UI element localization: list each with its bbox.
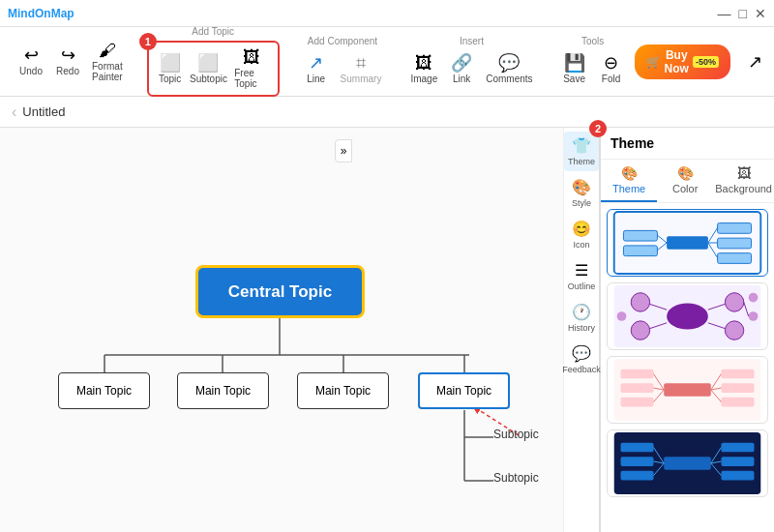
main-topic-4[interactable]: Main Topic	[418, 372, 510, 409]
svg-point-24	[667, 303, 708, 329]
svg-rect-39	[721, 369, 754, 379]
toolbar-tools-section: Tools 💾 Save ⊖ Fold	[551, 27, 635, 96]
titlebar: MindOnMap — □ ✕	[0, 0, 774, 27]
theme-items-list	[601, 203, 774, 503]
svg-rect-44	[621, 398, 654, 407]
svg-rect-55	[721, 471, 754, 481]
theme-item-3[interactable]	[607, 356, 768, 424]
svg-point-27	[631, 293, 649, 311]
redo-button[interactable]: ↪ Redo	[50, 43, 85, 80]
document-title: Untitled	[22, 104, 65, 119]
subtopic-2[interactable]: Subtopic	[493, 471, 539, 485]
line-button[interactable]: ↗ Line	[299, 50, 334, 88]
titlebar-left: MindOnMap	[8, 7, 74, 20]
theme-tab-color[interactable]: 🎨 Color	[657, 160, 713, 202]
link-button[interactable]: 🔗 Link	[444, 50, 479, 88]
topic-button[interactable]: ⬜ Topic	[153, 50, 188, 88]
subtopic-1[interactable]: Subtopic	[493, 428, 539, 441]
theme-tab-background[interactable]: 🖼 Background	[713, 160, 774, 202]
svg-point-28	[631, 321, 649, 340]
fold-button[interactable]: ⊖ Fold	[594, 50, 629, 88]
save-button[interactable]: 💾 Save	[557, 50, 592, 88]
main-topic-1[interactable]: Main Topic	[58, 372, 150, 409]
badge-1: 1	[139, 33, 157, 50]
sale-badge: -50%	[693, 56, 719, 68]
theme-panel-title: Theme	[601, 128, 774, 160]
svg-rect-42	[621, 369, 654, 379]
add-component-label: Add Component	[308, 36, 377, 46]
add-topic-group: 1 ⬜ Topic ⬜ Subtopic 🖼 Free Topic	[147, 41, 280, 97]
icon-side-button[interactable]: 😊 Icon	[564, 215, 599, 254]
svg-rect-40	[721, 383, 754, 393]
svg-rect-16	[623, 230, 657, 241]
svg-point-31	[617, 311, 627, 321]
svg-point-29	[749, 311, 759, 321]
outline-side-button[interactable]: ☰ Outline	[564, 256, 599, 296]
comments-button[interactable]: 💬 Comments	[481, 50, 537, 88]
svg-rect-53	[721, 443, 754, 453]
undo-button[interactable]: ↩ Undo	[14, 43, 48, 80]
toolbar-insert-section: Insert 🖼 Image 🔗 Link 💬 Comments	[400, 27, 543, 96]
central-topic[interactable]: Central Topic	[195, 265, 365, 318]
svg-rect-17	[623, 246, 657, 256]
history-side-button[interactable]: 🕐 History	[564, 298, 599, 338]
theme-item-4[interactable]	[607, 429, 768, 497]
share-button[interactable]: ↗	[738, 49, 773, 74]
theme-item-2[interactable]	[607, 282, 768, 350]
toolbar-basic-section: ↩ Undo ↪ Redo 🖌 Format Painter	[8, 27, 134, 96]
main-content: Central Topic Main Topic Main Topic Main…	[0, 128, 774, 532]
maximize-button[interactable]: □	[739, 6, 747, 21]
image-button[interactable]: 🖼 Image	[405, 50, 442, 88]
insert-label: Insert	[460, 36, 484, 46]
svg-rect-57	[621, 457, 654, 466]
summary-button[interactable]: ⌗ Summary	[336, 50, 387, 88]
theme-tab-theme[interactable]: 🎨 Theme	[601, 160, 657, 202]
minimize-button[interactable]: —	[718, 6, 731, 21]
subtopic-button[interactable]: ⬜ Subtopic	[190, 50, 228, 88]
svg-rect-14	[718, 238, 752, 249]
style-side-button[interactable]: 🎨 Style	[564, 173, 599, 213]
svg-rect-12	[667, 236, 708, 250]
toolbar-add-component-section: Add Component ↗ Line ⌗ Summary	[293, 27, 393, 96]
svg-point-26	[725, 321, 743, 340]
toolbar-add-topic-section: Add Topic 1 ⬜ Topic ⬜ Subtopic 🖼 Free To…	[141, 27, 285, 96]
svg-rect-52	[664, 457, 711, 470]
theme-item-1[interactable]	[607, 209, 768, 277]
svg-rect-56	[621, 443, 654, 453]
close-button[interactable]: ✕	[755, 6, 766, 21]
svg-rect-54	[721, 457, 754, 466]
svg-rect-41	[721, 398, 754, 407]
theme-tabs: 🎨 Theme 🎨 Color 🖼 Background	[601, 160, 774, 203]
svg-rect-13	[718, 223, 752, 234]
format-painter-button[interactable]: 🖌 Format Painter	[87, 38, 128, 86]
add-topic-label: Add Topic	[192, 26, 234, 37]
connector-lines	[0, 128, 563, 532]
buy-now-button[interactable]: 🛒 Buy Now -50%	[635, 44, 730, 79]
svg-rect-58	[621, 471, 654, 481]
svg-point-30	[749, 293, 759, 303]
toolbar: ↩ Undo ↪ Redo 🖌 Format Painter Add Topic…	[0, 27, 774, 97]
side-icons-panel: 2 👕 Theme 🎨 Style 😊 Icon ☰ Outline 🕐 His…	[563, 128, 600, 532]
theme-side-button[interactable]: 👕 Theme	[564, 132, 599, 171]
svg-point-25	[725, 293, 743, 311]
badge-2: 2	[589, 120, 607, 137]
app-logo: MindOnMap	[8, 7, 74, 20]
main-topic-3[interactable]: Main Topic	[297, 372, 389, 409]
tools-label: Tools	[581, 36, 604, 46]
canvas[interactable]: Central Topic Main Topic Main Topic Main…	[0, 128, 563, 532]
panel-toggle-button[interactable]: »	[335, 139, 352, 163]
titlebar-controls[interactable]: — □ ✕	[718, 6, 766, 21]
feedback-side-button[interactable]: 💬 Feedback	[564, 340, 599, 379]
theme-right-panel: Theme 🎨 Theme 🎨 Color 🖼 Background	[600, 128, 774, 532]
back-button[interactable]: ‹	[12, 103, 16, 121]
svg-rect-38	[664, 383, 711, 397]
svg-rect-15	[718, 253, 752, 264]
svg-rect-43	[621, 383, 654, 393]
free-topic-button[interactable]: 🖼 Free Topic	[229, 44, 273, 93]
nav-bar: ‹ Untitled	[0, 97, 774, 128]
main-topic-2[interactable]: Main Topic	[177, 372, 269, 409]
